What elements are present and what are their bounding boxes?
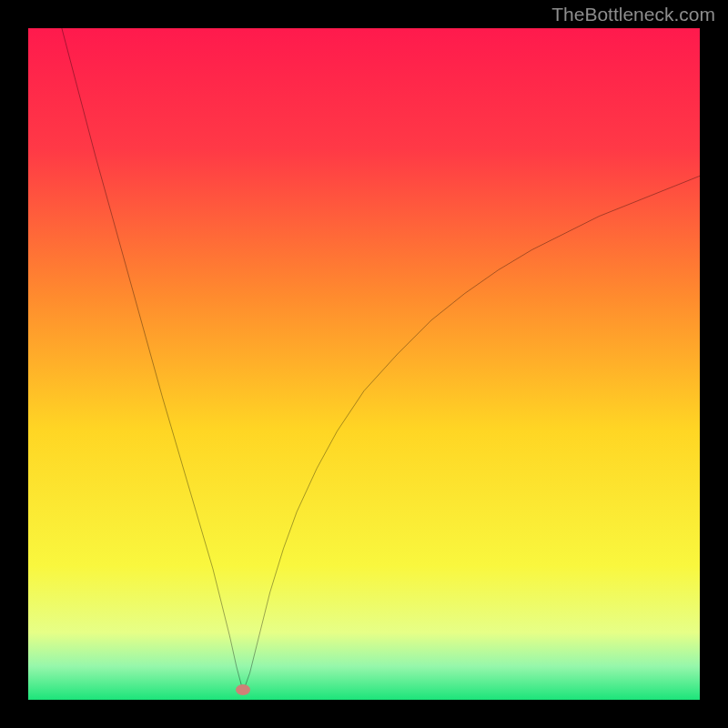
bottleneck-marker — [236, 684, 250, 695]
watermark-text: TheBottleneck.com — [551, 4, 715, 25]
curve — [28, 28, 700, 700]
plot-area — [28, 28, 700, 700]
curve-path — [62, 28, 700, 692]
chart-container: TheBottleneck.com — [0, 0, 728, 728]
